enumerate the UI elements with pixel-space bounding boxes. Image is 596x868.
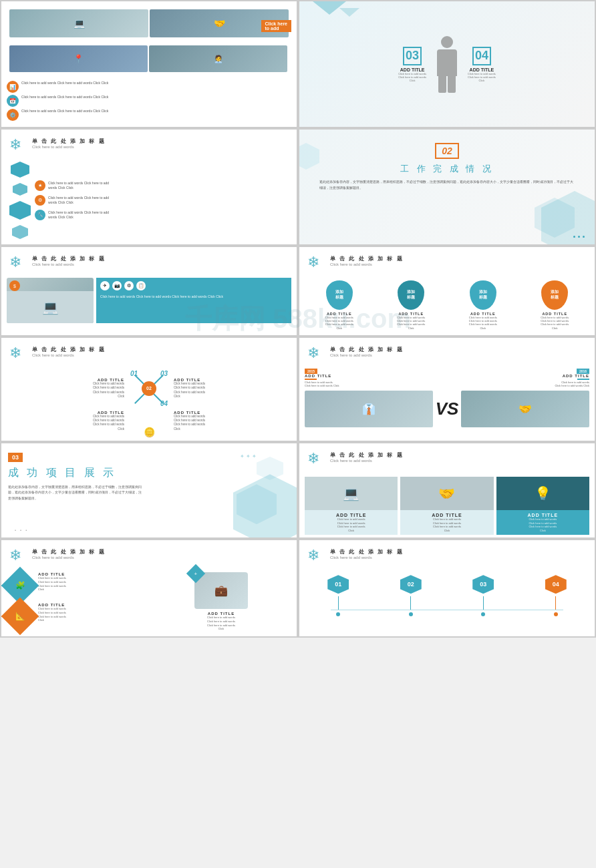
puzzle-item-2: 📐 ADD TITLE Click here to add wordsClick… [7, 603, 147, 630]
icon-gear2: ⚙ [35, 195, 45, 206]
photo-card-3: 💡 ADD TITLE Click here to add wordsClick… [496, 477, 589, 535]
slide-6: ❄ 单 击 此 处 添 加 标 题 Click here to add word… [299, 247, 595, 335]
photo-card-2: 🤝 ADD TITLE Click here to add wordsClick… [400, 477, 493, 535]
icon-btn-2[interactable]: 📷 [112, 281, 122, 290]
slide-2: 03 ADD TITLE Click here to add wordsClic… [299, 1, 595, 127]
slide8-title-cn: 单 击 此 处 添 加 标 题 [330, 346, 404, 353]
snowflake-icon-3: ❄ [9, 138, 28, 156]
slide5-subtitle-en: Click here to add words [32, 262, 106, 266]
slide-8: ❄ 单 击 此 处 添 加 标 题 Click here to add word… [299, 338, 595, 441]
icon-strip: ✈ 📷 ⚙ 📋 [100, 281, 287, 290]
slide10-header: ❄ 单 击 此 处 添 加 标 题 Click here to add word… [302, 446, 592, 473]
snowflake-icon-6: ❄ [307, 255, 326, 274]
slide1-text2: Click here to add words Click here to ad… [21, 95, 108, 99]
slide7-subtitle-en: Click here to add words [32, 353, 106, 357]
bottom-stars-9: ••• [15, 528, 27, 532]
slide9-content: 03 成 功 项 目 展 示 遮此处添加备存内容，文字独重清楚思路，用来组织思路… [8, 450, 290, 501]
slide10-subtitle-en: Click here to add words [330, 459, 404, 463]
slide4-num: 02 [435, 143, 459, 159]
icon-btn-3[interactable]: ⚙ [124, 281, 134, 290]
drop-sub-1: Click here to add wordsClick here to add… [325, 316, 353, 330]
hex-column [9, 162, 31, 239]
drop-text-3: 添加标题 [479, 290, 487, 300]
icon-btn-1[interactable]: ✈ [100, 281, 110, 290]
vs-left-title: ADD TITLE [305, 374, 331, 378]
cross-text-1: Click here to add wordsClick here to add… [7, 382, 124, 399]
drop-4: 添加标题 ADD TITLE Click here to add wordsCl… [520, 280, 590, 330]
hex-line-4 [555, 596, 556, 610]
slide6-title-cn: 单 击 此 处 添 加 标 题 [330, 255, 404, 262]
vs-img-left: 👔 [305, 391, 433, 427]
diamond-2: 📐 [1, 598, 39, 636]
drop-text-4: 添加标题 [551, 290, 559, 300]
slide5-text: Click here to add words Click here to ad… [100, 294, 287, 299]
slide3-header: ❄ 单 击 此 处 添 加 标 题 Click here to add word… [4, 132, 294, 159]
photo-card-1-text: ADD TITLE Click here to add wordsClick h… [305, 510, 398, 535]
icon-btn-4[interactable]: 📋 [136, 281, 146, 290]
vs-left-line [305, 379, 317, 380]
puzz-sub-1: Click here to add wordsClick here to add… [38, 576, 66, 591]
hex-3 [9, 201, 31, 220]
slide3-subtitle-en: Click here to add words [32, 145, 106, 149]
photo-sub-2: Click here to add wordsClick here to add… [403, 517, 490, 532]
slide-4: 02 工 作 完 成 情 况 遮此处添加备存内容，文字独重清楚思路，用来组织思路… [299, 130, 595, 244]
add-title-03: ADD TITLE [398, 67, 426, 72]
slide6-subtitle-en: Click here to add words [330, 262, 404, 266]
slide-11: ❄ 单 击 此 处 添 加 标 题 Click here to add word… [1, 540, 297, 636]
vs-text: VS [436, 399, 459, 419]
slide4-title: 工 作 完 成 情 况 [313, 163, 581, 175]
puzzle-left-col: 🧩 ADD TITLE Click here to add wordsClick… [7, 572, 147, 630]
vs-right-header: 2016 ADD TITLE Click here to add wordsCl… [450, 369, 589, 388]
cross-item-1: ADD TITLE Click here to add wordsClick h… [7, 378, 127, 399]
vs-right-line [577, 379, 589, 380]
add-title-03-text: Click here to add wordsClick here to add… [398, 72, 426, 82]
main-container: 千库网 588ku.com 💻 🤝 [0, 0, 596, 638]
vs-left-header: 2015 ADD TITLE Click here to add wordsCl… [305, 369, 444, 388]
drop-shape-2: 添加标题 [398, 280, 424, 310]
slide11-title-cn: 单 击 此 处 添 加 标 题 [32, 548, 106, 556]
puzz-sub-3: Click here to add wordsClick here to add… [151, 616, 291, 630]
drop-1: 添加标题 ADD TITLE Click here to add wordsCl… [305, 280, 374, 330]
slide5-title-cn: 单 击 此 处 添 加 标 题 [32, 255, 106, 262]
photo-title-2: ADD TITLE [403, 513, 490, 517]
cross-text-2: Click here to add wordsClick here to add… [7, 415, 124, 431]
cross-text-3: Click here to add wordsClick here to add… [174, 382, 291, 399]
slide-1: 💻 🤝 📍 [1, 1, 297, 127]
slide7-title-cn: 单 击 此 处 添 加 标 题 [32, 346, 106, 353]
snowflake-icon-7: ❄ [9, 346, 28, 365]
slide-7: ❄ 单 击 此 处 添 加 标 题 Click here to add word… [1, 338, 297, 441]
icon-tool: 🔧 [35, 210, 45, 220]
drop-2: 添加标题 ADD TITLE Click here to add wordsCl… [377, 280, 446, 330]
photo-card-2-text: ADD TITLE Click here to add wordsClick h… [400, 510, 493, 535]
laptop-area: 💻 $ [7, 278, 94, 323]
teal-text-box: ✈ 📷 ⚙ 📋 Click here to add words Click he… [96, 278, 291, 323]
slide1-image4: 🧑‍💼 [149, 45, 287, 72]
timeline-h-line [331, 610, 563, 610]
num-03: 03 [403, 47, 422, 65]
cross-item-4: ADD TITLE Click here to add wordsClick h… [171, 411, 291, 431]
cross-item-3: ADD TITLE Click here to add wordsClick h… [171, 378, 291, 399]
puzzle-text-1: ADD TITLE Click here to add wordsClick h… [35, 572, 66, 591]
drop-text-2: 添加标题 [407, 290, 415, 300]
hex-1 [11, 162, 29, 178]
drop-3: 添加标题 ADD TITLE Click here to add wordsCl… [448, 280, 518, 330]
slide1-image1: 💻 [9, 9, 148, 37]
slide8-subtitle-en: Click here to add words [330, 353, 404, 357]
hex-text-items: ★ Click here to add words Click here to … [35, 180, 289, 220]
stat-04: 04 ADD TITLE Click here to add wordsClic… [468, 47, 496, 82]
slide5-header: ❄ 单 击 此 处 添 加 标 题 Click here to add word… [4, 250, 294, 276]
puzz-sub-2: Click here to add wordsClick here to add… [38, 607, 66, 622]
hex-line-1 [338, 596, 339, 610]
slide-10: ❄ 单 击 此 处 添 加 标 题 Click here to add word… [299, 443, 595, 537]
slide-9: ✦ ✦ ✦ 03 成 功 项 目 展 示 遮此处添加备存内容，文字独重清楚思路，… [1, 443, 297, 537]
slide1-text1: Click here to add words Click here to ad… [21, 81, 108, 85]
snowflake-icon-10: ❄ [307, 451, 326, 470]
photo-card-1: 💻 ADD TITLE Click here to add wordsClick… [305, 477, 398, 535]
year-right: 2016 [577, 369, 589, 374]
icon-calendar: 📊 [7, 81, 19, 93]
icon-gear: ⚙️ [7, 109, 19, 121]
drop-text-1: 添加标题 [335, 290, 343, 300]
puzzle-item-3: ADD TITLE Click here to add wordsClick h… [151, 612, 291, 630]
vs-right-text: Click here to add wordsClick here to add… [555, 381, 589, 388]
slide8-content: 2015 ADD TITLE Click here to add wordsCl… [302, 367, 592, 429]
